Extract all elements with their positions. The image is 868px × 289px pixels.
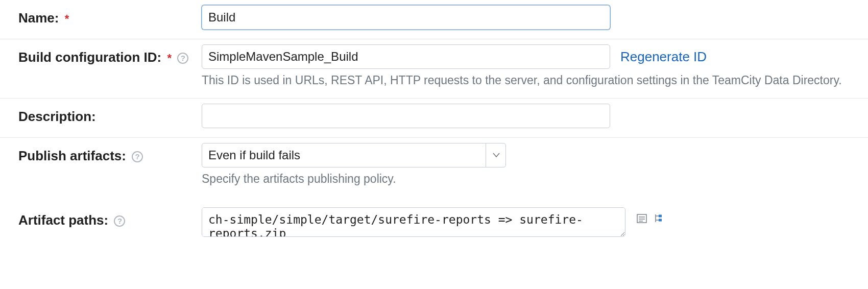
- publish-artifacts-hint: Specify the artifacts publishing policy.: [202, 171, 845, 187]
- row-name: Name: *: [0, 0, 868, 39]
- label-description: Description:: [0, 104, 202, 126]
- artifact-paths-textarea[interactable]: [202, 207, 625, 237]
- label-name-text: Name:: [18, 10, 59, 26]
- required-indicator: *: [65, 12, 69, 25]
- label-config-id: Build configuration ID: * ?: [0, 44, 202, 66]
- build-config-form: Name: * Build configuration ID: * ? Rege…: [0, 0, 868, 246]
- name-input[interactable]: [202, 5, 610, 30]
- svg-rect-6: [659, 214, 662, 217]
- artifact-paths-tools: [636, 207, 665, 225]
- config-id-input[interactable]: [202, 44, 610, 69]
- chevron-down-icon: [486, 143, 506, 167]
- regenerate-id-link[interactable]: Regenerate ID: [620, 49, 707, 65]
- list-icon[interactable]: [636, 212, 648, 225]
- row-artifact-paths: Artifact paths: ?: [0, 197, 868, 246]
- row-description: Description:: [0, 99, 868, 138]
- label-publish-artifacts: Publish artifacts: ?: [0, 143, 202, 165]
- help-icon[interactable]: ?: [114, 215, 125, 227]
- publish-artifacts-value: Even if build fails: [208, 148, 300, 162]
- label-description-text: Description:: [18, 109, 96, 124]
- label-artifact-paths: Artifact paths: ?: [0, 207, 202, 229]
- label-artifact-paths-text: Artifact paths:: [18, 212, 108, 228]
- help-icon[interactable]: ?: [177, 53, 188, 64]
- value-publish-artifacts: Even if build fails Specify the artifact…: [202, 143, 868, 187]
- publish-artifacts-select[interactable]: Even if build fails: [202, 143, 506, 167]
- config-id-hint: This ID is used in URLs, REST API, HTTP …: [202, 72, 845, 89]
- help-icon[interactable]: ?: [132, 151, 143, 162]
- description-input[interactable]: [202, 104, 610, 128]
- required-indicator: *: [167, 52, 172, 64]
- label-name: Name: *: [0, 5, 202, 27]
- value-description: [202, 104, 868, 128]
- svg-rect-8: [659, 219, 662, 221]
- value-artifact-paths: [202, 207, 868, 237]
- label-config-id-text: Build configuration ID:: [18, 50, 161, 65]
- tree-icon[interactable]: [653, 212, 665, 225]
- value-name: [202, 5, 868, 30]
- row-publish-artifacts: Publish artifacts: ? Even if build fails…: [0, 138, 868, 197]
- label-publish-artifacts-text: Publish artifacts:: [18, 148, 126, 163]
- row-config-id: Build configuration ID: * ? Regenerate I…: [0, 39, 868, 99]
- value-config-id: Regenerate ID This ID is used in URLs, R…: [202, 44, 868, 89]
